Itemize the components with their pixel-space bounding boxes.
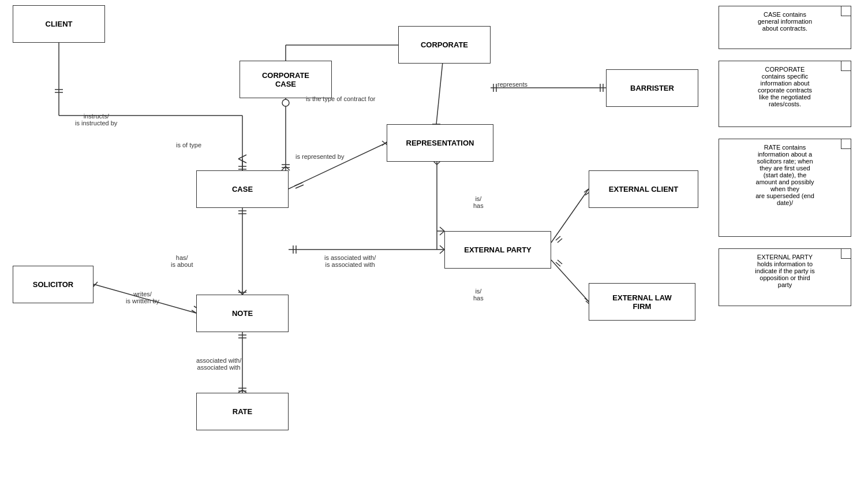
svg-point-20 [282,99,289,106]
label-writes: writes/is written by [126,291,159,304]
note-corporate: CORPORATEcontains specificinformation ab… [719,61,851,127]
svg-line-27 [295,185,304,188]
entity-external-party: EXTERNAL PARTY [444,231,551,269]
label-has-is-about: has/is about [171,254,193,268]
svg-line-65 [558,260,562,264]
entity-client: CLIENT [13,5,105,43]
svg-line-44 [584,189,589,192]
label-is-type-contract: is the type of contract for [306,95,375,102]
svg-line-40 [440,231,444,235]
label-associated-with: associated with/associated with [196,357,241,371]
note-case: CASE containsgeneral informationabout co… [719,6,851,49]
svg-line-55 [242,290,246,295]
svg-line-59 [93,282,98,286]
svg-line-41 [551,189,589,243]
entity-external-client: EXTERNAL CLIENT [589,170,698,208]
svg-line-25 [289,143,387,189]
label-is-has-1: is/has [473,195,484,209]
svg-line-26 [294,183,302,186]
label-is-of-type: is of type [176,142,201,148]
entity-corporate-case: CORPORATECASE [240,61,332,98]
svg-line-61 [192,310,196,313]
entity-solicitor: SOLICITOR [13,266,93,303]
note-external-party: EXTERNAL PARTYholds information toindica… [719,248,851,306]
label-is-has-2: is/has [473,288,484,302]
entity-barrister: BARRISTER [606,69,698,107]
svg-line-23 [282,166,286,170]
entity-corporate: CORPORATE [398,26,491,64]
label-represents: represents [497,81,527,88]
entity-rate: RATE [196,393,289,430]
svg-line-42 [556,236,560,240]
svg-line-43 [558,239,562,243]
svg-line-50 [440,250,444,254]
svg-line-24 [286,166,290,170]
entity-note: NOTE [196,295,289,332]
svg-line-39 [440,227,444,231]
entity-external-law-firm: EXTERNAL LAWFIRM [589,283,695,321]
svg-line-63 [551,260,589,302]
svg-line-49 [440,245,444,250]
svg-line-64 [556,262,560,266]
svg-line-5 [238,155,246,159]
diagram-container: CLIENT CORPORATE CORPORATECASE BARRISTER… [0,0,868,480]
entity-representation: REPRESENTATION [387,124,493,162]
label-is-associated: is associated with/is associated with [324,254,376,268]
svg-line-54 [238,290,242,295]
svg-line-6 [238,159,246,163]
entity-case: CASE [196,170,289,208]
note-rate: RATE containsinformation about asolicito… [719,139,851,237]
label-is-represented-by: is represented by [295,153,344,160]
label-instructs: instructs/is instructed by [75,113,117,126]
